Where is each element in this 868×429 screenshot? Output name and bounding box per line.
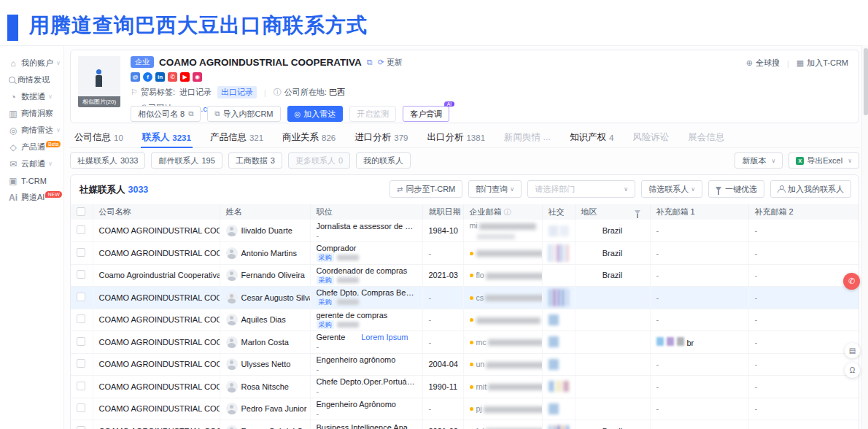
export-record-tag[interactable]: 出口记录 — [217, 86, 257, 98]
tab-3[interactable]: 产品信息321 — [209, 128, 265, 147]
name-cell[interactable]: Pedro Fava Junior — [220, 398, 310, 420]
contact-row-5[interactable]: COAMO AGROINDUSTRIAL COOPERAT...Aquiles … — [71, 309, 859, 331]
email-status-dot — [470, 252, 473, 255]
name-cell[interactable]: Antonio Martins — [220, 242, 310, 265]
copy-icon[interactable]: ⧉ — [367, 58, 373, 67]
page-scrollbar[interactable] — [861, 45, 868, 429]
background-check-button[interactable]: 客户背调 AI — [403, 106, 449, 122]
chip-5[interactable]: 我的联系人 — [356, 152, 411, 169]
email-status-dot — [470, 407, 473, 411]
sidebar-item-3[interactable]: ◔数据通∨ — [0, 88, 63, 105]
sidebar-item-5[interactable]: ◎商情雷达∨ — [0, 122, 63, 139]
page-title-bar: 用腾道查询巴西大豆出口商联系方式 — [0, 12, 868, 44]
chip-3[interactable]: 工商数据3 — [228, 152, 282, 169]
name-cell[interactable]: Ilivaldo Duarte — [220, 220, 310, 242]
refresh-icon[interactable]: ⟳ — [378, 58, 384, 67]
survey-float-icon[interactable]: ▤ — [845, 343, 860, 358]
global-search-button[interactable]: ⊕ 全球搜 — [746, 58, 780, 69]
contact-row-10[interactable]: COAMO AGROINDUSTRIAL COOPERAT...Fagner G… — [71, 420, 859, 429]
contact-row-6[interactable]: COAMO AGROINDUSTRIAL COOPERAT...Marlon C… — [71, 331, 859, 354]
name-cell[interactable]: Fernando Oliveira — [220, 264, 310, 287]
select-all-checkbox[interactable] — [77, 207, 85, 216]
one-click-select-button[interactable]: 一键优选 — [708, 180, 764, 198]
supp-email2-cell: - — [748, 331, 859, 354]
name-cell[interactable]: Rosa Nitsche — [220, 376, 310, 398]
company-cell: COAMO AGROINDUSTRIAL COOPERAT... — [93, 242, 220, 265]
refresh-label[interactable]: 更新 — [387, 57, 403, 68]
info-icon[interactable]: ⓘ — [504, 208, 511, 216]
name-cell[interactable]: Aquiles Dias — [220, 309, 310, 331]
export-excel-button[interactable]: X 导出Excel∨ — [788, 152, 859, 169]
sidebar-item-7[interactable]: ✉云邮通∨ — [0, 155, 63, 172]
row-checkbox[interactable] — [77, 248, 85, 257]
row-checkbox[interactable] — [77, 426, 85, 429]
similar-companies-button[interactable]: 相似公司名 8 ⧉ — [131, 106, 201, 122]
tab-4[interactable]: 商业关系826 — [281, 128, 337, 147]
contact-row-1[interactable]: COAMO AGROINDUSTRIAL COOPERAT...Ilivaldo… — [71, 220, 859, 242]
col-social: 社交 — [542, 204, 575, 220]
scrollbar-thumb[interactable] — [864, 48, 868, 115]
email-cell-content — [470, 315, 536, 324]
sidebar-item-4[interactable]: ▥商情洞察 — [0, 105, 63, 122]
tab-6[interactable]: 出口分析1381 — [425, 128, 487, 147]
contact-row-7[interactable]: COAMO AGROINDUSTRIAL COOPERAT...Ulysses … — [71, 353, 859, 376]
app-window: ⌂我的账户∨商情发现◔数据通∨▥商情洞察◎商情雷达∨◇产品通Beta∨✉云邮通∨… — [0, 45, 868, 429]
name-cell[interactable]: Cesar Augusto Silva — [220, 287, 310, 309]
contact-row-3[interactable]: Coamo Agroindustrial CooperativaFernando… — [71, 264, 859, 287]
import-crm-button[interactable]: ⧉导入内部CRM — [207, 106, 280, 122]
filter-contacts-dropdown[interactable]: 筛选联系人∨ — [641, 180, 702, 198]
avatar — [226, 292, 238, 304]
lorem-link[interactable]: Lorem Ipsum — [361, 333, 408, 341]
join-tcrm-button[interactable]: ▦ 加入T-CRM — [797, 58, 848, 69]
tab-2[interactable]: 联系人3231 — [141, 128, 193, 147]
tab-1[interactable]: 公司信息10 — [73, 128, 125, 147]
support-float-icon[interactable]: Ω — [845, 363, 860, 378]
chevron-down-icon: ∨ — [848, 158, 852, 164]
row-checkbox[interactable] — [77, 225, 85, 234]
chip-1[interactable]: 社媒联系人3033 — [70, 152, 145, 169]
position-cell: Jornalista e assessor de Comunicação- — [310, 220, 422, 242]
row-checkbox[interactable] — [77, 270, 85, 279]
tab-5[interactable]: 进口分析379 — [353, 128, 409, 147]
add-to-my-contacts-button[interactable]: 加入我的联系人 — [770, 180, 851, 198]
contact-row-4[interactable]: COAMO AGROINDUSTRIAL COOPERAT...Cesar Au… — [71, 287, 859, 309]
linkedin-icon[interactable]: in — [155, 72, 165, 82]
dept-query-dropdown[interactable]: 部门查询∨ — [468, 180, 522, 198]
row-checkbox[interactable] — [77, 293, 85, 301]
tab-7[interactable]: 新闻舆情 ... — [503, 128, 552, 147]
name-cell[interactable]: Fagner Gabriel Custodio de ... — [220, 420, 310, 429]
sidebar-item-8[interactable]: ▣T-CRM — [0, 172, 63, 189]
contact-row-8[interactable]: COAMO AGROINDUSTRIAL COOPERAT...Rosa Nit… — [71, 376, 859, 398]
row-checkbox[interactable] — [77, 314, 85, 323]
company-photo[interactable]: 相似图片(20) — [78, 56, 120, 107]
name-cell[interactable]: Marlon Costa — [220, 331, 310, 354]
youtube-icon[interactable]: ▶ — [180, 72, 190, 82]
name-cell[interactable]: Ulysses Netto — [220, 353, 310, 376]
tab-8[interactable]: 知识产权4 — [568, 128, 615, 147]
import-record-tag[interactable]: 进口记录 — [179, 87, 212, 98]
row-checkbox[interactable] — [77, 359, 85, 368]
tab-10[interactable]: 展会信息 — [686, 128, 726, 147]
chip-2[interactable]: 邮件联系人195 — [151, 152, 222, 169]
contact-row-2[interactable]: COAMO AGROINDUSTRIAL COOPERAT...Antonio … — [71, 242, 859, 265]
tab-9[interactable]: 风险诉讼 — [631, 128, 670, 147]
join-radar-button[interactable]: ◎加入雷达 — [287, 106, 344, 122]
sidebar-item-6[interactable]: ◇产品通Beta∨ — [0, 139, 63, 155]
phone-icon[interactable]: ✆ — [168, 72, 177, 82]
contact-row-9[interactable]: COAMO AGROINDUSTRIAL COOPERAT...Pedro Fa… — [71, 398, 859, 420]
facebook-icon[interactable]: f — [143, 72, 152, 82]
row-checkbox[interactable] — [77, 382, 85, 390]
sidebar-item-1[interactable]: ⌂我的账户∨ — [0, 55, 63, 72]
sidebar-item-9[interactable]: Ai腾道AINEW› — [0, 189, 63, 206]
position-cell: gerente de compras采购 — [310, 309, 422, 331]
filter-icon[interactable] — [635, 210, 640, 214]
row-checkbox[interactable] — [77, 337, 85, 346]
website-icon[interactable]: @ — [131, 72, 140, 82]
version-dropdown[interactable]: 新版本∨ — [735, 152, 783, 169]
dept-select[interactable]: 请选择部门∨ — [527, 180, 635, 198]
row-checkbox[interactable] — [77, 403, 85, 412]
sidebar-item-2[interactable]: 商情发现 — [0, 72, 63, 88]
customer-service-float-icon[interactable]: ✆ — [843, 273, 860, 290]
instagram-icon[interactable]: ◉ — [193, 72, 202, 82]
sync-tcrm-button[interactable]: ⇄同步至T-CRM — [390, 180, 462, 198]
